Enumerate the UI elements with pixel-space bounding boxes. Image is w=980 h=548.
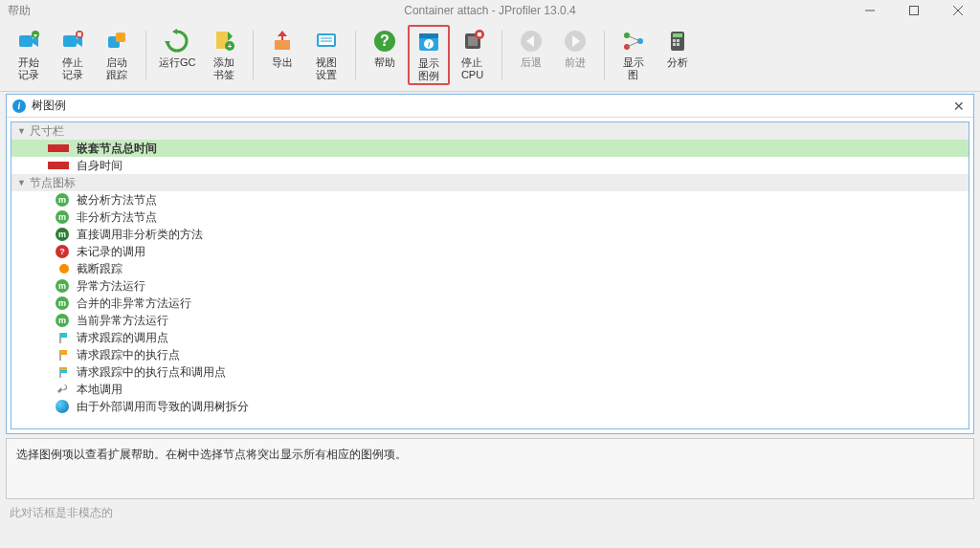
info-icon: i: [12, 99, 26, 113]
toolbar-label: 开始 记录: [18, 56, 39, 80]
q-red-icon: ?: [34, 245, 77, 258]
svg-rect-48: [677, 39, 679, 42]
minimize-button[interactable]: [848, 0, 892, 21]
svg-text:?: ?: [380, 33, 390, 49]
section-header[interactable]: ▼节点图标: [11, 174, 969, 191]
view-settings-button[interactable]: 视图 设置: [305, 25, 347, 85]
toolbar-label: 运行GC: [159, 56, 196, 69]
legend-row[interactable]: m直接调用非分析类的方法: [11, 226, 969, 243]
svg-rect-47: [673, 39, 676, 42]
legend-close-button[interactable]: ✕: [950, 99, 968, 114]
legend-row[interactable]: 请求跟踪的调用点: [11, 329, 969, 346]
flag-split-icon: [34, 366, 77, 378]
calc-icon: [664, 28, 691, 55]
tracker-icon: [103, 28, 130, 55]
stop-rec-button[interactable]: 停止 记录: [52, 25, 94, 85]
svg-rect-13: [116, 33, 125, 42]
back-button: 后退: [510, 25, 552, 85]
svg-marker-14: [172, 29, 177, 34]
maximize-button[interactable]: [892, 0, 936, 21]
info-win-icon: i: [415, 29, 442, 55]
legend-label: 由于外部调用而导致的调用树拆分: [77, 399, 249, 415]
legend-row[interactable]: m当前异常方法运行: [11, 312, 969, 329]
toolbar-separator: [501, 31, 502, 79]
svg-rect-1: [910, 7, 919, 15]
collapse-icon: ▼: [17, 178, 26, 187]
graph-icon: [620, 28, 647, 55]
legend-label: 非分析方法节点: [77, 209, 157, 226]
cpu-icon: [459, 28, 486, 55]
cam-red-icon: [59, 28, 86, 55]
legend-panel: i 树图例 ✕ ▼尺寸栏嵌套节点总时间自身时间▼节点图标m被分析方法节点m非分析…: [6, 94, 974, 434]
toolbar-label: 后退: [521, 56, 542, 69]
legend-label: 合并的非异常方法运行: [77, 296, 191, 312]
legend-row[interactable]: 由于外部调用而导致的调用树拆分: [11, 398, 969, 415]
legend-label: 嵌套节点总时间: [77, 141, 157, 157]
toolbar-label: 前进: [565, 56, 586, 69]
arrow-left-icon: [518, 28, 545, 55]
toolbar-label: 停止 记录: [62, 56, 83, 80]
toolbar-label: 显示 图例: [418, 57, 439, 81]
help-button[interactable]: ?帮助: [364, 25, 406, 85]
legend-row[interactable]: 请求跟踪中的执行点: [11, 346, 969, 363]
svg-text:+: +: [227, 42, 232, 51]
svg-marker-17: [228, 32, 233, 41]
globe-icon: [34, 400, 77, 413]
window-title: Container attach - JProfiler 13.0.4: [404, 4, 575, 17]
legend-label: 自身时间: [77, 158, 122, 174]
export-icon: [269, 28, 296, 55]
forward-button: 前进: [554, 25, 596, 85]
svg-rect-56: [60, 367, 67, 370]
svg-rect-11: [78, 33, 81, 36]
add-bookmark-button[interactable]: +添加 书签: [203, 25, 245, 85]
toolbar: 开始 记录停止 记录启动 跟踪运行GC+添加 书签导出视图 设置?帮助i显示 图…: [0, 21, 980, 92]
legend-row[interactable]: 请求跟踪中的执行点和调用点: [11, 363, 969, 381]
toolbar-separator: [355, 31, 356, 79]
window: 帮助 Container attach - JProfiler 13.0.4 开…: [0, 0, 980, 548]
show-graph-button[interactable]: 显示 图: [612, 25, 655, 85]
export-button[interactable]: 导出: [261, 25, 303, 85]
toolbar-label: 显示 图: [623, 56, 644, 80]
start-rec-button[interactable]: 开始 记录: [8, 25, 50, 85]
wrench-icon: [34, 383, 77, 396]
legend-row[interactable]: m异常方法运行: [11, 277, 969, 295]
m-green-icon: m: [34, 193, 77, 207]
bar-red-icon: [34, 162, 77, 169]
toolbar-label: 帮助: [374, 56, 395, 69]
status-bar: 此对话框是非模态的: [0, 503, 980, 524]
show-legend-button[interactable]: i显示 图例: [408, 25, 450, 85]
start-track-button[interactable]: 启动 跟踪: [96, 25, 138, 85]
legend-label: 请求跟踪中的执行点: [77, 347, 180, 363]
toolbar-label: 视图 设置: [316, 56, 337, 80]
legend-row[interactable]: m非分析方法节点: [11, 208, 969, 226]
m-green-icon: m: [34, 296, 77, 310]
m-green-icon: m: [34, 210, 77, 224]
legend-row[interactable]: m合并的非异常方法运行: [11, 295, 969, 312]
legend-label: 本地调用: [77, 382, 122, 398]
svg-rect-4: [19, 35, 33, 47]
legend-panel-header: i 树图例 ✕: [7, 95, 973, 118]
run-gc-button[interactable]: 运行GC: [154, 25, 201, 85]
legend-row[interactable]: 本地调用: [11, 381, 969, 398]
close-button[interactable]: [936, 0, 980, 21]
legend-label: 请求跟踪的调用点: [77, 330, 168, 346]
menu-help[interactable]: 帮助: [8, 3, 31, 19]
legend-panel-title: 树图例: [32, 98, 950, 114]
legend-label: 异常方法运行: [77, 278, 145, 295]
flag-orange-icon: [34, 349, 77, 361]
settings-icon: [313, 28, 340, 55]
flag-cyan-icon: [34, 332, 77, 343]
legend-row[interactable]: m被分析方法节点: [11, 191, 969, 208]
svg-rect-35: [478, 33, 481, 36]
stop-cpu-button[interactable]: 停止 CPU: [452, 25, 494, 85]
legend-row[interactable]: 截断跟踪: [11, 260, 969, 277]
svg-rect-46: [673, 33, 682, 37]
legend-row[interactable]: 自身时间: [11, 157, 969, 174]
toolbar-label: 启动 跟踪: [106, 56, 127, 80]
analyze-button[interactable]: 分析: [657, 25, 699, 85]
bookmark-icon: +: [211, 28, 237, 55]
section-header[interactable]: ▼尺寸栏: [11, 122, 969, 140]
legend-row[interactable]: ?未记录的调用: [11, 243, 969, 260]
help-hint: 选择图例项以查看扩展帮助。在树中选择节点将突出显示所有相应的图例项。: [6, 438, 974, 499]
legend-row[interactable]: 嵌套节点总时间: [11, 140, 969, 157]
